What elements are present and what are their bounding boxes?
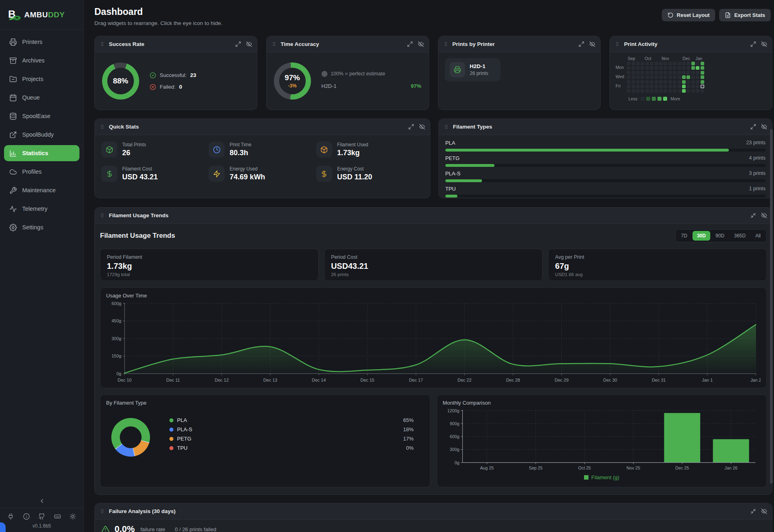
widget-title: Print Activity (624, 41, 657, 47)
widget-success-rate: Success Rate 88% Successful:23 Failed:0 (94, 36, 257, 110)
printer-icon (9, 38, 17, 46)
expand-button[interactable] (408, 124, 414, 130)
expand-button[interactable] (235, 41, 241, 47)
hide-button[interactable] (761, 41, 767, 47)
legend-dot (169, 418, 173, 422)
svg-text:0g: 0g (117, 371, 121, 376)
drag-handle-icon[interactable] (100, 124, 105, 130)
github-icon[interactable] (38, 513, 45, 520)
external-link-icon (9, 131, 17, 139)
filament-type-donut (111, 418, 150, 457)
collapse-icon (750, 508, 756, 514)
scrollbar[interactable] (770, 129, 773, 484)
expand-button[interactable] (578, 41, 584, 47)
svg-text:Dec 22: Dec 22 (457, 378, 471, 382)
printer-card[interactable]: H2D-1 26 prints (445, 58, 501, 81)
svg-text:300g: 300g (450, 447, 459, 452)
svg-text:Sep 25: Sep 25 (529, 466, 542, 470)
range-all-button[interactable]: All (751, 231, 765, 241)
plug-icon[interactable] (7, 513, 14, 520)
collapse-button[interactable] (750, 212, 756, 218)
file-icon (725, 12, 731, 18)
app-version: v0.1.6b5 (0, 521, 83, 532)
drag-handle-icon[interactable] (100, 41, 105, 47)
sidebar-item-label: Archives (22, 57, 45, 64)
sidebar-item-queue[interactable]: Queue (4, 89, 79, 106)
collapse-button[interactable] (750, 508, 756, 514)
period-cost-card: Period Cost USD43.21 26 prints (324, 249, 543, 281)
sidebar-item-spoolease[interactable]: SpoolEase (4, 108, 79, 124)
legend-item: PLA65% (169, 416, 414, 425)
svg-text:Dec 25: Dec 25 (675, 466, 689, 470)
drag-handle-icon[interactable] (444, 124, 449, 130)
eye-off-icon (761, 41, 767, 47)
success-rate-donut: 88% (102, 62, 139, 100)
filament-type-row: PLA23 prints (445, 140, 766, 152)
heatmap-day-labels: MonWedFri (615, 62, 627, 93)
range-30d-button[interactable]: 30D (693, 231, 710, 241)
expand-icon (408, 124, 414, 130)
hide-button[interactable] (246, 41, 252, 47)
svg-text:0g: 0g (454, 460, 459, 465)
legend-dot (169, 428, 173, 432)
range-90d-button[interactable]: 90D (711, 231, 729, 241)
drag-handle-icon[interactable] (100, 508, 105, 514)
successful-stat: Successful:23 (150, 72, 196, 79)
printer-icon (450, 62, 465, 77)
svg-text:600g: 600g (450, 434, 459, 439)
hide-button[interactable] (419, 124, 425, 130)
page-title: Dashboard (94, 6, 222, 17)
filament-type-row: PETG4 prints (445, 155, 766, 167)
app-name: AMBUDDY (24, 10, 65, 19)
activity-icon (9, 205, 17, 213)
activity-heatmap[interactable] (627, 62, 704, 93)
warning-triangle-icon (101, 525, 110, 532)
range-7d-button[interactable]: 7D (677, 231, 692, 241)
export-stats-button[interactable]: Export Stats (719, 9, 771, 21)
svg-text:Dec 17: Dec 17 (409, 378, 423, 382)
accuracy-printer-row: H2D-197% (321, 83, 421, 89)
expand-button[interactable] (750, 41, 756, 47)
reset-layout-button[interactable]: Reset Layout (662, 9, 716, 21)
filament-type-row: TPU1 prints (445, 186, 766, 197)
sidebar-item-maintenance[interactable]: Maintenance (4, 182, 79, 198)
drag-handle-icon[interactable] (100, 212, 105, 218)
hide-button[interactable] (761, 212, 767, 218)
hide-button[interactable] (761, 508, 767, 514)
sidebar-item-settings[interactable]: Settings (4, 219, 79, 235)
drag-handle-icon[interactable] (615, 41, 620, 47)
rotate-ccw-icon (668, 12, 674, 18)
widget-quick-stats: Quick Stats Total Prints26 Print Time80.… (94, 118, 430, 198)
expand-button[interactable] (407, 41, 413, 47)
svg-text:Dec 13: Dec 13 (263, 378, 277, 382)
hide-button[interactable] (589, 41, 595, 47)
sidebar-collapse-button[interactable] (0, 494, 83, 508)
widget-title: Failure Analysis (30 days) (109, 508, 175, 514)
range-365d-button[interactable]: 365D (730, 231, 750, 241)
drag-handle-icon[interactable] (443, 41, 449, 47)
drag-handle-icon[interactable] (271, 41, 277, 47)
svg-text:Dec 10: Dec 10 (118, 378, 132, 382)
sidebar-item-spoolbuddy[interactable]: SpoolBuddy (4, 127, 79, 143)
svg-text:Jan 26: Jan 26 (724, 466, 737, 470)
dollar-icon (106, 170, 113, 178)
sidebar-item-printers[interactable]: Printers (4, 34, 79, 50)
sidebar-item-projects[interactable]: Projects (4, 71, 79, 87)
sidebar-item-telemetry[interactable]: Telemetry (4, 201, 79, 217)
eye-off-icon (418, 41, 424, 47)
info-icon[interactable] (23, 513, 30, 520)
archive-icon (9, 57, 17, 64)
sidebar-item-statistics[interactable]: Statistics (4, 145, 79, 161)
hide-button[interactable] (761, 124, 767, 130)
sidebar-item-archives[interactable]: Archives (4, 52, 79, 69)
hide-button[interactable] (418, 41, 424, 47)
failed-stat: Failed:0 (150, 84, 196, 90)
sidebar-item-profiles[interactable]: Profiles (4, 164, 79, 180)
svg-text:Aug 25: Aug 25 (480, 466, 494, 470)
expand-button[interactable] (750, 124, 756, 130)
keyboard-icon[interactable] (54, 513, 61, 520)
failure-detail: 0 / 26 prints failed (175, 526, 217, 532)
period-filament-card: Period Filament 1.73kg 1729g total (100, 249, 319, 281)
sidebar-item-label: Telemetry (22, 206, 48, 212)
sun-icon[interactable] (69, 513, 76, 520)
